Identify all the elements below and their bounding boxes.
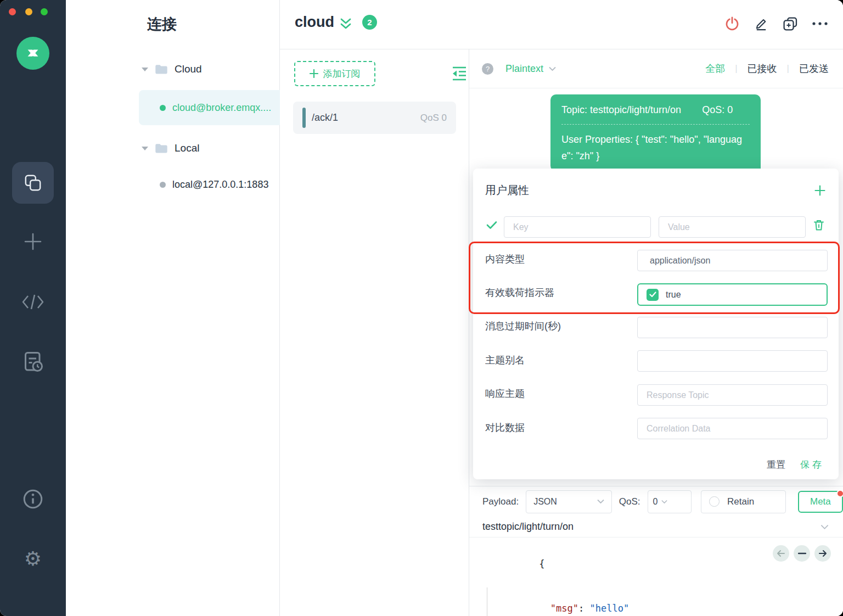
add-subscription-label: 添加订阅 [323,68,361,80]
add-subscription-button[interactable]: 添加订阅 [294,61,375,86]
payload-editor[interactable]: { "msg": "hello" } [469,538,843,616]
unread-count-badge: 2 [362,15,377,30]
mqttx-logo-icon [24,44,42,63]
add-property-button[interactable] [814,185,825,198]
json-colon: : [578,603,589,614]
caret-down-icon[interactable] [142,147,148,150]
publish-topic-row[interactable]: testtopic/light/turn/on [469,517,843,537]
correlation-data-label: 对比数据 [485,421,525,434]
plus-icon [814,185,825,196]
settings-button[interactable]: ⚙ [0,548,66,570]
message-user-properties: User Properties: { "test": "hello", "lan… [561,131,750,164]
collapse-messages-button[interactable] [338,16,353,34]
connection-title: cloud [295,14,334,31]
response-topic-label: 响应主题 [485,387,525,400]
connection-header: cloud 2 [280,0,843,49]
connections-icon [23,173,43,193]
chevron-down-icon [661,500,667,504]
qos-label: QoS: [619,496,640,507]
log-icon [21,350,44,373]
message-expiry-input[interactable] [637,317,828,338]
header-actions [724,15,829,32]
info-icon [21,488,44,511]
payload-format-selector[interactable]: Plaintext [505,63,556,75]
window-zoom-button[interactable] [41,8,48,15]
indent-guide [487,587,487,616]
group-name: Cloud [175,63,202,75]
folder-icon [155,143,168,153]
nav-script-button[interactable] [0,293,66,311]
collapse-panel-icon [451,65,468,82]
reset-button[interactable]: 重置 [767,458,785,471]
trash-icon [813,219,824,231]
about-button[interactable] [0,488,66,511]
filter-received-tab[interactable]: 已接收 [748,62,777,75]
chevron-down-icon [549,66,556,71]
subscription-topic: /ack/1 [312,112,338,124]
property-value-input[interactable] [659,216,806,238]
plus-icon [310,69,318,78]
publish-topic-input[interactable]: testtopic/light/turn/on [482,521,574,533]
publish-controls: Payload: JSON QoS: 0 Retain [469,486,843,517]
meta-properties-panel: 用户属性 内容类型 有效载荷指示器 [473,169,839,479]
connection-label: local@127.0.0.1:1883 [172,179,268,191]
published-message-bubble[interactable]: Topic: testtopic/light/turn/on QoS: 0 Us… [550,94,761,171]
nav-log-button[interactable] [0,350,66,373]
response-topic-input[interactable] [637,384,828,406]
clear-history-button[interactable] [794,545,810,562]
retain-label: Retain [727,496,754,507]
property-key-input[interactable] [504,216,651,238]
delete-property-button[interactable] [813,219,824,233]
qos-value: 0 [653,497,658,507]
tab-divider: | [735,63,737,74]
connected-status-dot [160,105,166,111]
content-type-input[interactable] [637,250,828,271]
chevron-down-icon[interactable] [820,522,829,532]
double-chevron-down-icon [338,16,353,32]
retain-radio[interactable] [709,496,720,507]
arrow-right-icon [818,550,827,557]
save-button[interactable]: 保存 [800,458,824,471]
property-confirm-button[interactable] [486,221,497,232]
subscription-qos: QoS 0 [420,113,447,124]
message-topic: Topic: testtopic/light/turn/on [561,103,681,117]
bubble-divider [561,124,750,125]
payload-label: Payload: [482,496,519,507]
message-filter-tabs: 全部 | 已接收 | 已发送 [705,62,829,75]
history-prev-button[interactable] [773,545,789,562]
more-options-button[interactable] [811,21,829,26]
window-minimize-button[interactable] [25,8,32,15]
meta-notification-dot [836,490,843,497]
meta-button[interactable]: Meta [798,491,843,513]
message-topic-line: Topic: testtopic/light/turn/on QoS: 0 [561,103,750,117]
edit-connection-button[interactable] [754,16,769,31]
qos-select[interactable]: 0 [648,490,692,513]
subscription-item[interactable]: /ack/1 QoS 0 [293,102,456,134]
message-qos: QoS: 0 [702,103,733,117]
topic-alias-input[interactable] [637,350,828,372]
content-type-label: 内容类型 [485,253,525,266]
new-window-button[interactable] [782,16,798,32]
payload-indicator-value: true [666,290,681,300]
payload-format-value: JSON [533,497,557,507]
history-next-button[interactable] [814,545,831,562]
plus-icon [22,231,44,253]
new-connection-button[interactable] [0,231,66,253]
filter-all-tab[interactable]: 全部 [705,62,725,75]
retain-toggle[interactable]: Retain [701,490,786,513]
correlation-data-input[interactable] [637,418,828,439]
user-properties-title: 用户属性 [485,183,529,198]
message-expiry-label: 消息过期时间(秒) [485,320,561,333]
filter-published-tab[interactable]: 已发送 [799,62,829,75]
caret-down-icon[interactable] [142,68,148,71]
collapse-panel-button[interactable] [450,61,469,86]
payload-indicator-checkbox[interactable] [647,289,659,301]
chevron-down-icon [597,499,604,504]
disconnect-power-button[interactable] [724,15,740,32]
mqttx-logo [16,37,49,70]
window-close-button[interactable] [9,8,16,15]
help-icon[interactable]: ? [482,63,493,75]
payload-format-select[interactable]: JSON [526,490,612,513]
payload-indicator-field[interactable]: true [637,283,828,306]
nav-connections-active[interactable] [12,162,54,204]
